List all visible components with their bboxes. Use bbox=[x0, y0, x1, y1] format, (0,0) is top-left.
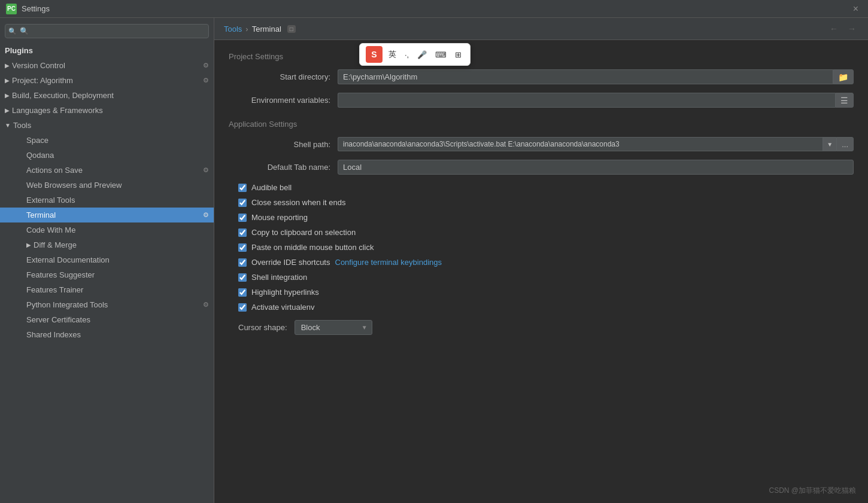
start-dir-input[interactable] bbox=[338, 69, 833, 84]
env-vars-row: Environment variables: ☰ bbox=[229, 93, 854, 108]
chevron-right-icon: ▶ bbox=[5, 77, 10, 84]
shell-path-more-button[interactable]: ... bbox=[836, 137, 854, 151]
search-icon: 🔍 bbox=[8, 28, 17, 35]
search-input[interactable] bbox=[5, 24, 209, 38]
env-vars-button[interactable]: ☰ bbox=[835, 93, 854, 108]
cursor-shape-label: Cursor shape: bbox=[238, 323, 287, 332]
sidebar-item-build-execution[interactable]: ▶ Build, Execution, Deployment bbox=[0, 88, 214, 103]
close-session-checkbox[interactable] bbox=[238, 199, 247, 207]
app-settings-section: Application Settings Shell path: ▼ ... D… bbox=[229, 120, 854, 335]
sidebar-item-plugins[interactable]: Plugins bbox=[0, 43, 214, 58]
sidebar: 🔍 Plugins ▶ Version Control ⚙ ▶ Project:… bbox=[0, 18, 214, 503]
sidebar-item-code-with-me[interactable]: Code With Me bbox=[0, 222, 214, 237]
override-shortcuts-checkbox[interactable] bbox=[238, 258, 247, 267]
default-tab-name-input[interactable] bbox=[338, 160, 854, 175]
chevron-right-icon: ▶ bbox=[5, 92, 10, 99]
highlight-hyperlinks-checkbox[interactable] bbox=[238, 288, 247, 297]
sidebar-item-terminal[interactable]: Terminal ⚙ bbox=[0, 208, 214, 222]
override-shortcuts-label: Override IDE shortcuts bbox=[251, 258, 330, 267]
sidebar-item-actions-on-save[interactable]: Actions on Save ⚙ bbox=[0, 163, 214, 178]
checkbox-close-session: Close session when it ends bbox=[229, 198, 854, 207]
shell-path-label: Shell path: bbox=[229, 140, 330, 149]
checkbox-paste-middle: Paste on middle mouse button click bbox=[229, 243, 854, 252]
nav-forward-button[interactable]: → bbox=[845, 23, 858, 35]
settings-body: Project Settings Start directory: 📁 Envi… bbox=[214, 40, 868, 345]
shell-path-input[interactable] bbox=[338, 137, 823, 151]
shell-integration-checkbox[interactable] bbox=[238, 273, 247, 282]
start-directory-row: Start directory: 📁 bbox=[229, 69, 854, 84]
close-session-label: Close session when it ends bbox=[251, 198, 346, 207]
sidebar-item-external-documentation[interactable]: External Documentation bbox=[0, 252, 214, 267]
cursor-select-wrap: Block Underline Vertical ▼ bbox=[295, 320, 372, 335]
sougou-punct-btn[interactable]: ·, bbox=[402, 49, 411, 60]
checkbox-highlight-hyperlinks: Highlight hyperlinks bbox=[229, 288, 854, 297]
copy-clipboard-checkbox[interactable] bbox=[238, 228, 247, 237]
sidebar-item-tools[interactable]: ▼ Tools bbox=[0, 118, 214, 133]
title-bar: PC Settings × bbox=[0, 0, 868, 18]
main-layout: 🔍 Plugins ▶ Version Control ⚙ ▶ Project:… bbox=[0, 18, 868, 503]
shell-path-dropdown-button[interactable]: ▼ bbox=[823, 137, 836, 151]
checkbox-mouse-reporting: Mouse reporting bbox=[229, 213, 854, 222]
paste-middle-checkbox[interactable] bbox=[238, 243, 247, 252]
highlight-hyperlinks-label: Highlight hyperlinks bbox=[251, 288, 319, 297]
sougou-mic-btn[interactable]: 🎤 bbox=[415, 49, 429, 60]
checkbox-audible-bell: Audible bell bbox=[229, 183, 854, 192]
sidebar-item-features-suggester[interactable]: Features Suggester bbox=[0, 267, 214, 282]
env-vars-input[interactable] bbox=[338, 93, 835, 108]
sougou-en-btn[interactable]: 英 bbox=[386, 48, 399, 61]
start-dir-wrap: 📁 bbox=[338, 69, 854, 84]
sidebar-item-space[interactable]: Space bbox=[0, 133, 214, 148]
activate-virtualenv-checkbox[interactable] bbox=[238, 303, 247, 312]
activate-virtualenv-label: Activate virtualenv bbox=[251, 303, 315, 312]
sidebar-item-python-integrated-tools[interactable]: Python Integrated Tools ⚙ bbox=[0, 297, 214, 312]
checkbox-copy-clipboard: Copy to clipboard on selection bbox=[229, 228, 854, 237]
sidebar-item-external-tools[interactable]: External Tools bbox=[0, 193, 214, 208]
sidebar-item-diff-merge[interactable]: ▶ Diff & Merge bbox=[0, 237, 214, 252]
default-tab-name-row: Default Tab name: bbox=[229, 160, 854, 175]
sidebar-item-features-trainer[interactable]: Features Trainer bbox=[0, 282, 214, 297]
breadcrumb-current: Terminal bbox=[252, 25, 281, 33]
checkbox-shell-integration: Shell integration bbox=[229, 273, 854, 282]
sidebar-item-project-algorithm[interactable]: ▶ Project: Algorithm ⚙ bbox=[0, 73, 214, 88]
start-dir-label: Start directory: bbox=[229, 72, 330, 81]
title-bar-left: PC Settings bbox=[6, 4, 50, 14]
chevron-down-icon: ▼ bbox=[5, 122, 11, 129]
start-dir-browse-button[interactable]: 📁 bbox=[833, 69, 854, 84]
cursor-shape-select[interactable]: Block Underline Vertical bbox=[295, 320, 372, 335]
sidebar-item-web-browsers[interactable]: Web Browsers and Preview bbox=[0, 178, 214, 193]
sougou-logo: S bbox=[366, 46, 383, 63]
sidebar-item-shared-indexes[interactable]: Shared Indexes bbox=[0, 327, 214, 342]
sougou-grid-btn[interactable]: ⊞ bbox=[453, 49, 464, 60]
chevron-right-icon: ▶ bbox=[5, 62, 10, 69]
gear-icon: ⚙ bbox=[203, 62, 209, 69]
gear-icon: ⚙ bbox=[203, 301, 209, 309]
breadcrumb: Tools › Terminal □ ← → bbox=[214, 18, 868, 40]
sidebar-item-languages-frameworks[interactable]: ▶ Languages & Frameworks bbox=[0, 103, 214, 118]
breadcrumb-pin[interactable]: □ bbox=[287, 25, 296, 33]
breadcrumb-separator: › bbox=[245, 25, 248, 33]
cursor-shape-row: Cursor shape: Block Underline Vertical ▼ bbox=[229, 320, 854, 335]
sidebar-item-version-control[interactable]: ▶ Version Control ⚙ bbox=[0, 58, 214, 73]
gear-icon: ⚙ bbox=[203, 166, 209, 174]
gear-icon: ⚙ bbox=[203, 77, 209, 84]
configure-keybindings-link[interactable]: Configure terminal keybindings bbox=[335, 258, 442, 267]
checkbox-activate-virtualenv: Activate virtualenv bbox=[229, 303, 854, 312]
sougou-keyboard-btn[interactable]: ⌨ bbox=[433, 49, 449, 60]
env-vars-label: Environment variables: bbox=[229, 96, 330, 105]
sidebar-item-server-certificates[interactable]: Server Certificates bbox=[0, 312, 214, 327]
gear-icon: ⚙ bbox=[203, 211, 209, 219]
nav-arrows: ← → bbox=[827, 23, 858, 35]
mouse-reporting-label: Mouse reporting bbox=[251, 213, 308, 222]
breadcrumb-parent[interactable]: Tools bbox=[224, 25, 242, 33]
sougou-toolbar: S 英 ·, 🎤 ⌨ ⊞ bbox=[359, 43, 471, 66]
close-button[interactable]: × bbox=[849, 2, 862, 16]
mouse-reporting-checkbox[interactable] bbox=[238, 214, 247, 222]
sidebar-item-qodana[interactable]: Qodana bbox=[0, 148, 214, 163]
window-title: Settings bbox=[22, 4, 50, 13]
checkbox-override-shortcuts: Override IDE shortcuts Configure termina… bbox=[229, 258, 854, 267]
nav-back-button[interactable]: ← bbox=[827, 23, 840, 35]
search-box[interactable]: 🔍 bbox=[5, 24, 209, 38]
audible-bell-checkbox[interactable] bbox=[238, 184, 247, 192]
chevron-right-icon: ▶ bbox=[26, 242, 31, 248]
project-settings-title: Project Settings bbox=[229, 52, 854, 61]
